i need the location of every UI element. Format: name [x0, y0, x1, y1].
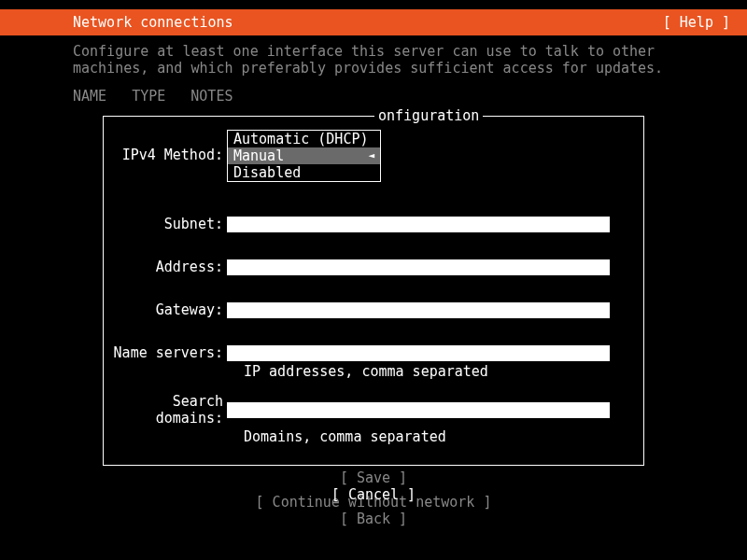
back-button[interactable]: [ Back ] — [0, 511, 747, 527]
searchdomains-row: Search domains: — [104, 393, 643, 427]
selected-indicator-icon: ◄ — [368, 147, 374, 164]
save-button[interactable]: [ Save ] — [104, 469, 643, 486]
ipv4-method-label: IPv4 Method: — [104, 147, 227, 163]
cancel-button[interactable]: [ Cancel ] — [104, 486, 643, 503]
searchdomains-input[interactable] — [227, 402, 610, 418]
address-row: Address: — [104, 259, 643, 275]
panel-title: onfiguration — [374, 107, 483, 124]
nameservers-row: Name servers: — [104, 344, 643, 361]
gateway-input[interactable] — [227, 302, 610, 318]
subnet-input[interactable] — [227, 217, 610, 232]
gateway-row: Gateway: — [104, 301, 643, 318]
panel-buttons: [ Save ] [ Cancel ] — [104, 469, 643, 503]
ipv4-method-row: IPv4 Method: Automatic (DHCP) Manual ◄ D… — [104, 117, 643, 199]
dropdown-option-manual[interactable]: Manual ◄ — [228, 147, 380, 164]
page-description: Configure at least one interface this se… — [0, 35, 747, 77]
dropdown-option-dhcp[interactable]: Automatic (DHCP) — [228, 131, 380, 147]
dropdown-option-disabled[interactable]: Disabled — [228, 164, 380, 181]
col-type: TYPE — [132, 88, 165, 105]
address-label: Address: — [104, 259, 227, 275]
col-name: NAME — [73, 88, 106, 105]
nameservers-input[interactable] — [227, 345, 610, 361]
searchdomains-label: Search domains: — [104, 393, 227, 427]
subnet-label: Subnet: — [104, 216, 227, 232]
subnet-row: Subnet: — [104, 216, 643, 232]
header-bar: Network connections [ Help ] — [0, 9, 747, 35]
nameservers-label: Name servers: — [104, 344, 227, 361]
col-notes: NOTES — [190, 88, 233, 105]
searchdomains-hint: Domains, comma separated — [104, 428, 643, 445]
nameservers-hint: IP addresses, comma separated — [104, 363, 643, 380]
page-title: Network connections — [73, 14, 233, 31]
gateway-label: Gateway: — [104, 301, 227, 318]
address-input[interactable] — [227, 259, 610, 275]
column-headers: NAME TYPE NOTES — [0, 77, 747, 105]
help-button[interactable]: [ Help ] — [663, 14, 730, 31]
ipv4-method-dropdown[interactable]: Automatic (DHCP) Manual ◄ Disabled — [227, 130, 381, 182]
configuration-panel: onfiguration IPv4 Method: Automatic (DHC… — [103, 116, 644, 466]
